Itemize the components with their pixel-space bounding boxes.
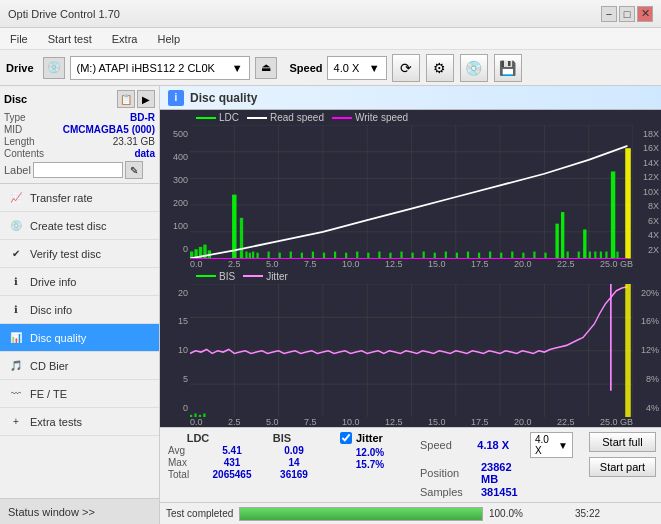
drive-info-label: Drive info — [30, 276, 76, 288]
svg-rect-29 — [290, 252, 292, 259]
legend-jitter: Jitter — [243, 271, 288, 282]
svg-rect-45 — [467, 252, 469, 259]
write-speed-color — [332, 117, 352, 119]
extra-tests-icon: + — [8, 414, 24, 430]
svg-rect-50 — [522, 253, 524, 259]
settings-button[interactable]: ⚙ — [426, 54, 454, 82]
svg-rect-60 — [600, 252, 602, 259]
bottom-chart-inner — [190, 284, 633, 418]
jitter-checkbox[interactable] — [340, 432, 352, 444]
maximize-button[interactable]: □ — [619, 6, 635, 22]
start-part-button[interactable]: Start part — [589, 457, 656, 477]
label-input[interactable] — [33, 162, 123, 178]
sidebar: Disc 📋 ▶ Type BD-R MID CMCMAGBA5 (000) L… — [0, 86, 160, 524]
sidebar-item-cd-bier[interactable]: 🎵 CD Bier — [0, 352, 159, 380]
sidebar-item-drive-info[interactable]: ℹ Drive info — [0, 268, 159, 296]
avg-jitter: 12.0% — [340, 447, 400, 458]
start-buttons: Start full Start part — [589, 432, 656, 479]
svg-rect-57 — [583, 229, 586, 258]
stats-speed-info: Speed 4.18 X 4.0 X ▼ Position 23862 MB S… — [420, 432, 573, 498]
speed-combo[interactable]: 4.0 X ▼ — [530, 432, 573, 458]
legend-ldc: LDC — [196, 112, 239, 123]
window-controls: − □ ✕ — [601, 6, 653, 22]
menu-extra[interactable]: Extra — [106, 31, 144, 47]
speed-val: 4.18 X — [477, 439, 524, 451]
content-area: i Disc quality LDC Read speed Write spee… — [160, 86, 661, 524]
menu-start-test[interactable]: Start test — [42, 31, 98, 47]
disc-info-btn2[interactable]: ▶ — [137, 90, 155, 108]
svg-rect-46 — [478, 253, 480, 259]
svg-rect-30 — [301, 253, 303, 259]
ldc-legend-label: LDC — [219, 112, 239, 123]
total-ldc: 2065465 — [202, 469, 262, 480]
legend-read-speed: Read speed — [247, 112, 324, 123]
stats-bar: LDC BIS Avg 5.41 0.09 Max 431 14 Total 2… — [160, 427, 661, 502]
svg-rect-84 — [625, 284, 631, 418]
disc-panel: Disc 📋 ▶ Type BD-R MID CMCMAGBA5 (000) L… — [0, 86, 159, 184]
bis-header: BIS — [252, 432, 312, 444]
jitter-col-label: Jitter — [356, 432, 383, 444]
avg-label: Avg — [168, 445, 200, 456]
svg-rect-80 — [190, 414, 192, 417]
speed-selector[interactable]: 4.0 X ▼ — [327, 56, 387, 80]
create-test-disc-label: Create test disc — [30, 220, 106, 232]
menu-help[interactable]: Help — [151, 31, 186, 47]
svg-rect-43 — [445, 252, 447, 259]
bottom-yaxis-right: 20% 16% 12% 8% 4% — [633, 284, 661, 418]
drive-selector[interactable]: (M:) ATAPI iHBS112 2 CL0K ▼ — [70, 56, 250, 80]
max-jitter: 15.7% — [340, 459, 400, 470]
svg-rect-21 — [232, 195, 236, 259]
sidebar-item-transfer-rate[interactable]: 📈 Transfer rate — [0, 184, 159, 212]
drive-info-icon: ℹ — [8, 274, 24, 290]
legend-write-speed: Write speed — [332, 112, 408, 123]
disc-button[interactable]: 💿 — [460, 54, 488, 82]
ldc-color — [196, 117, 216, 119]
close-button[interactable]: ✕ — [637, 6, 653, 22]
cd-bier-icon: 🎵 — [8, 358, 24, 374]
total-bis: 36169 — [264, 469, 324, 480]
sidebar-item-disc-info[interactable]: ℹ Disc info — [0, 296, 159, 324]
progress-fill — [240, 508, 482, 520]
drive-icon-btn[interactable]: 💿 — [43, 57, 65, 79]
refresh-button[interactable]: ⟳ — [392, 54, 420, 82]
top-yaxis-left: 500 400 300 200 100 0 — [160, 125, 190, 259]
svg-rect-39 — [400, 252, 402, 259]
fe-te-icon: 〰 — [8, 386, 24, 402]
menu-file[interactable]: File — [4, 31, 34, 47]
top-chart-inner — [190, 125, 633, 259]
disc-info-icon: ℹ — [8, 302, 24, 318]
quality-panel-icon: i — [168, 90, 184, 106]
create-test-disc-icon: 💿 — [8, 218, 24, 234]
svg-rect-44 — [456, 253, 458, 259]
speed-label: Speed — [290, 62, 323, 74]
bottom-xaxis: 0.0 2.5 5.0 7.5 10.0 12.5 15.0 17.5 20.0… — [160, 417, 661, 427]
titlebar: Opti Drive Control 1.70 − □ ✕ — [0, 0, 661, 28]
label-apply-btn[interactable]: ✎ — [125, 161, 143, 179]
contents-val: data — [134, 148, 155, 159]
sidebar-item-extra-tests[interactable]: + Extra tests — [0, 408, 159, 436]
svg-rect-59 — [594, 252, 596, 259]
jitter-color — [243, 275, 263, 277]
eject-button[interactable]: ⏏ — [255, 57, 277, 79]
transfer-rate-label: Transfer rate — [30, 192, 93, 204]
svg-rect-53 — [555, 224, 558, 259]
minimize-button[interactable]: − — [601, 6, 617, 22]
svg-rect-35 — [356, 252, 358, 259]
sidebar-item-verify-test-disc[interactable]: ✔ Verify test disc — [0, 240, 159, 268]
sidebar-item-create-test-disc[interactable]: 💿 Create test disc — [0, 212, 159, 240]
status-window-button[interactable]: Status window >> — [0, 498, 159, 524]
progress-time: 35:22 — [575, 508, 655, 519]
type-key: Type — [4, 112, 26, 123]
position-val: 23862 MB — [481, 461, 531, 485]
sidebar-item-fe-te[interactable]: 〰 FE / TE — [0, 380, 159, 408]
status-window-label: Status window >> — [8, 506, 95, 518]
transfer-rate-icon: 📈 — [8, 190, 24, 206]
sidebar-item-disc-quality[interactable]: 📊 Disc quality — [0, 324, 159, 352]
start-full-button[interactable]: Start full — [589, 432, 656, 452]
disc-info-btn1[interactable]: 📋 — [117, 90, 135, 108]
bottom-yaxis-left: 20 15 10 5 0 — [160, 284, 190, 418]
svg-rect-58 — [589, 252, 591, 259]
svg-rect-33 — [334, 252, 336, 259]
save-button[interactable]: 💾 — [494, 54, 522, 82]
svg-rect-49 — [511, 252, 513, 259]
